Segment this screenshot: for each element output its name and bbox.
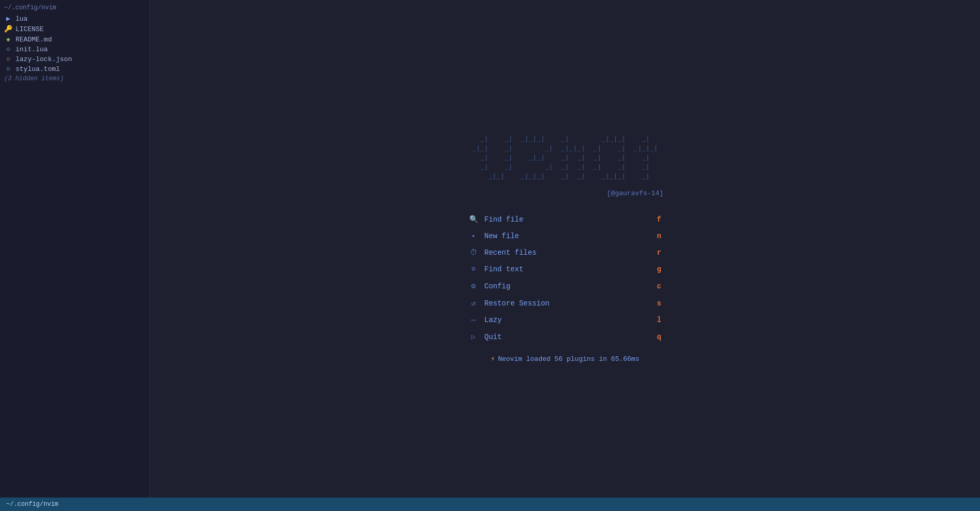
main-content: _| _| _|_|_| _| _|_|_| _| _|_| _| _| _|_… — [150, 0, 980, 498]
menu-label-new-file: New file — [484, 232, 651, 240]
lua-icon: ○ — [4, 46, 12, 53]
toml-icon: ○ — [4, 65, 12, 73]
sidebar-item-label: LICENSE — [16, 25, 44, 33]
new-file-icon: ▪ — [469, 232, 478, 240]
menu-label-lazy: Lazy — [484, 316, 651, 324]
menu-item-quit[interactable]: ▷ Quit q — [467, 329, 663, 344]
menu-list: 🔍 Find file f ▪ New file n ⏱ Recent file… — [467, 212, 663, 344]
dashboard: _| _| _|_|_| _| _|_|_| _| _|_| _| _| _|_… — [467, 135, 663, 363]
sidebar-item-label: lua — [16, 15, 27, 23]
status-text: Neovim loaded 56 plugins in 65.66ms — [498, 355, 639, 363]
menu-item-config[interactable]: ⚙ Config c — [467, 279, 663, 294]
sidebar-hidden-items: (3 hidden items) — [0, 74, 150, 83]
menu-key-find-text: g — [657, 265, 661, 273]
bolt-icon: ⚡ — [491, 355, 495, 363]
file-icon: ◈ — [4, 35, 12, 43]
json-icon: ○ — [4, 55, 12, 63]
sidebar-item-label: stylua.toml — [16, 65, 60, 73]
quit-icon: ▷ — [469, 332, 478, 341]
sidebar-item-lazy-lock[interactable]: ○ lazy-lock.json — [0, 54, 150, 64]
sidebar-item-label: README.md — [16, 36, 52, 43]
status-line: ⚡ Neovim loaded 56 plugins in 65.66ms — [491, 355, 640, 363]
sidebar-item-stylua[interactable]: ○ stylua.toml — [0, 64, 150, 74]
menu-label-find-text: Find text — [484, 265, 651, 273]
menu-item-restore-session[interactable]: ↺ Restore Session s — [467, 296, 663, 311]
ascii-logo: _| _| _|_|_| _| _|_|_| _| _|_| _| _| _|_… — [472, 135, 658, 182]
user-info: [@gauravfs-14] — [467, 189, 663, 197]
menu-key-find-file: f — [657, 215, 661, 224]
menu-label-config: Config — [484, 282, 651, 290]
menu-key-lazy: l — [657, 316, 661, 324]
sidebar-item-license[interactable]: 🔑 LICENSE — [0, 24, 150, 34]
sidebar-item-lua[interactable]: ▶ lua — [0, 13, 150, 24]
menu-key-restore-session: s — [657, 299, 661, 308]
recent-icon: ⏱ — [469, 249, 478, 257]
menu-key-config: c — [657, 282, 661, 290]
menu-item-lazy[interactable]: ↔ Lazy l — [467, 313, 663, 327]
menu-label-quit: Quit — [484, 333, 651, 341]
config-icon: ⚙ — [469, 282, 478, 290]
key-icon: 🔑 — [4, 25, 12, 33]
sidebar-item-init-lua[interactable]: ○ init.lua — [0, 45, 150, 54]
menu-label-find-file: Find file — [484, 215, 651, 224]
folder-icon: ▶ — [4, 14, 12, 23]
bottom-bar-path: ~/.config/nvim — [6, 501, 58, 508]
menu-item-new-file[interactable]: ▪ New file n — [467, 229, 663, 243]
menu-item-find-file[interactable]: 🔍 Find file f — [467, 212, 663, 227]
menu-key-recent-files: r — [657, 249, 661, 257]
menu-item-recent-files[interactable]: ⏱ Recent files r — [467, 245, 663, 260]
lazy-icon: ↔ — [469, 316, 478, 324]
menu-label-restore-session: Restore Session — [484, 299, 651, 308]
sidebar-item-readme[interactable]: ◈ README.md — [0, 34, 150, 45]
menu-key-quit: q — [657, 333, 661, 341]
menu-label-recent-files: Recent files — [484, 249, 651, 257]
bottom-bar: ~/.config/nvim — [0, 498, 980, 511]
sidebar-item-label: init.lua — [16, 46, 48, 53]
sidebar-item-label: lazy-lock.json — [16, 55, 72, 63]
find-text-icon: ≡ — [469, 265, 478, 273]
sidebar-title: ~/.config/nvim — [0, 2, 150, 13]
restore-icon: ↺ — [469, 299, 478, 308]
menu-key-new-file: n — [657, 232, 661, 240]
menu-item-find-text[interactable]: ≡ Find text g — [467, 262, 663, 276]
search-icon: 🔍 — [469, 215, 478, 224]
sidebar: ~/.config/nvim ▶ lua 🔑 LICENSE ◈ README.… — [0, 0, 150, 498]
